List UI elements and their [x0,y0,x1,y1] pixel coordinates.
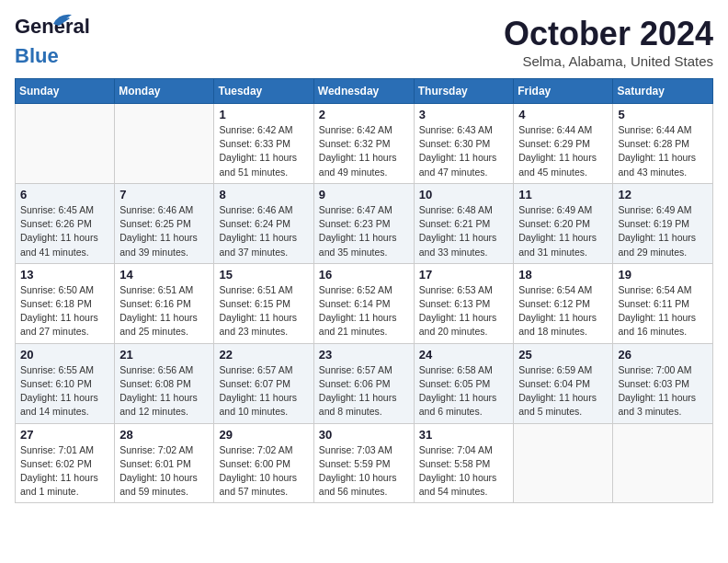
calendar-cell: 1Sunrise: 6:42 AMSunset: 6:33 PMDaylight… [214,104,313,184]
day-number: 24 [419,348,509,362]
calendar-cell: 29Sunrise: 7:02 AMSunset: 6:00 PMDayligh… [214,423,313,503]
day-detail: Sunrise: 6:49 AMSunset: 6:20 PMDaylight:… [518,203,608,259]
day-detail: Sunrise: 6:46 AMSunset: 6:24 PMDaylight:… [219,203,308,259]
day-number: 28 [119,428,209,442]
day-number: 30 [319,428,409,442]
calendar-cell: 27Sunrise: 7:01 AMSunset: 6:02 PMDayligh… [16,423,115,503]
day-detail: Sunrise: 6:59 AMSunset: 6:04 PMDaylight:… [518,363,608,419]
calendar-cell: 3Sunrise: 6:43 AMSunset: 6:30 PMDaylight… [414,104,514,184]
day-detail: Sunrise: 6:57 AMSunset: 6:07 PMDaylight:… [219,363,308,419]
calendar-cell: 31Sunrise: 7:04 AMSunset: 5:58 PMDayligh… [414,423,514,503]
calendar-week-row: 27Sunrise: 7:01 AMSunset: 6:02 PMDayligh… [16,423,713,503]
day-detail: Sunrise: 6:54 AMSunset: 6:12 PMDaylight:… [518,283,608,339]
calendar-cell: 26Sunrise: 7:00 AMSunset: 6:03 PMDayligh… [613,343,713,423]
day-number: 26 [618,348,708,362]
day-detail: Sunrise: 6:48 AMSunset: 6:21 PMDaylight:… [419,203,509,259]
day-detail: Sunrise: 6:54 AMSunset: 6:11 PMDaylight:… [618,283,708,339]
logo: General Blue [15,15,59,68]
day-detail: Sunrise: 6:49 AMSunset: 6:19 PMDaylight:… [618,203,708,259]
day-detail: Sunrise: 6:55 AMSunset: 6:10 PMDaylight:… [20,363,109,419]
calendar-cell: 24Sunrise: 6:58 AMSunset: 6:05 PMDayligh… [414,343,514,423]
day-number: 23 [319,348,409,362]
day-detail: Sunrise: 6:44 AMSunset: 6:28 PMDaylight:… [618,123,708,179]
day-detail: Sunrise: 6:45 AMSunset: 6:26 PMDaylight:… [20,203,109,259]
day-detail: Sunrise: 6:46 AMSunset: 6:25 PMDaylight:… [119,203,209,259]
calendar-cell: 30Sunrise: 7:03 AMSunset: 5:59 PMDayligh… [313,423,414,503]
day-detail: Sunrise: 6:44 AMSunset: 6:29 PMDaylight:… [518,123,608,179]
calendar-cell: 10Sunrise: 6:48 AMSunset: 6:21 PMDayligh… [414,183,514,263]
day-number: 4 [518,108,608,121]
day-number: 15 [219,268,308,282]
day-detail: Sunrise: 7:01 AMSunset: 6:02 PMDaylight:… [20,443,109,500]
title-block: October 2024 Selma, Alabama, United Stat… [504,15,713,69]
calendar-week-row: 6Sunrise: 6:45 AMSunset: 6:26 PMDaylight… [16,183,713,263]
calendar-cell: 20Sunrise: 6:55 AMSunset: 6:10 PMDayligh… [16,343,115,423]
day-number: 3 [419,108,509,121]
day-detail: Sunrise: 6:43 AMSunset: 6:30 PMDaylight:… [419,123,509,179]
day-detail: Sunrise: 6:58 AMSunset: 6:05 PMDaylight:… [419,363,509,419]
column-header-saturday: Saturday [613,79,713,104]
day-detail: Sunrise: 6:57 AMSunset: 6:06 PMDaylight:… [319,363,409,419]
calendar-cell: 2Sunrise: 6:42 AMSunset: 6:32 PMDaylight… [313,104,414,184]
day-detail: Sunrise: 6:51 AMSunset: 6:16 PMDaylight:… [119,283,209,339]
day-detail: Sunrise: 6:42 AMSunset: 6:33 PMDaylight:… [219,123,308,179]
day-number: 1 [219,108,308,121]
day-number: 29 [219,428,308,442]
day-number: 31 [419,428,509,442]
calendar-cell: 9Sunrise: 6:47 AMSunset: 6:23 PMDaylight… [313,183,414,263]
calendar-cell: 19Sunrise: 6:54 AMSunset: 6:11 PMDayligh… [613,263,713,343]
calendar-cell: 23Sunrise: 6:57 AMSunset: 6:06 PMDayligh… [313,343,414,423]
calendar-week-row: 13Sunrise: 6:50 AMSunset: 6:18 PMDayligh… [16,263,713,343]
calendar-cell [514,423,613,503]
calendar-cell [613,423,713,503]
day-number: 27 [20,428,109,442]
calendar-cell: 8Sunrise: 6:46 AMSunset: 6:24 PMDaylight… [214,183,313,263]
column-header-sunday: Sunday [16,79,115,104]
column-header-thursday: Thursday [414,79,514,104]
day-detail: Sunrise: 6:53 AMSunset: 6:13 PMDaylight:… [419,283,509,339]
day-detail: Sunrise: 6:52 AMSunset: 6:14 PMDaylight:… [319,283,409,339]
day-number: 16 [319,268,409,282]
day-number: 21 [119,348,209,362]
day-detail: Sunrise: 7:03 AMSunset: 5:59 PMDaylight:… [319,443,409,500]
day-detail: Sunrise: 6:51 AMSunset: 6:15 PMDaylight:… [219,283,308,339]
logo-text: Blue [15,44,59,68]
day-detail: Sunrise: 6:50 AMSunset: 6:18 PMDaylight:… [20,283,109,339]
calendar-cell: 4Sunrise: 6:44 AMSunset: 6:29 PMDaylight… [514,104,613,184]
day-detail: Sunrise: 7:04 AMSunset: 5:58 PMDaylight:… [419,443,509,500]
calendar-cell [115,104,214,184]
calendar-cell: 14Sunrise: 6:51 AMSunset: 6:16 PMDayligh… [115,263,214,343]
calendar-cell: 5Sunrise: 6:44 AMSunset: 6:28 PMDaylight… [613,104,713,184]
day-number: 7 [119,188,209,201]
day-number: 11 [518,188,608,201]
day-number: 20 [20,348,109,362]
day-number: 19 [618,268,708,282]
day-number: 13 [20,268,109,282]
day-number: 5 [618,108,708,121]
day-number: 8 [219,188,308,201]
day-number: 18 [518,268,608,282]
calendar-week-row: 20Sunrise: 6:55 AMSunset: 6:10 PMDayligh… [16,343,713,423]
calendar-cell: 12Sunrise: 6:49 AMSunset: 6:19 PMDayligh… [613,183,713,263]
bird-icon [51,11,72,28]
day-number: 25 [518,348,608,362]
day-detail: Sunrise: 6:42 AMSunset: 6:32 PMDaylight:… [319,123,409,179]
calendar-cell: 7Sunrise: 6:46 AMSunset: 6:25 PMDaylight… [115,183,214,263]
day-detail: Sunrise: 6:56 AMSunset: 6:08 PMDaylight:… [119,363,209,419]
page-header: General Blue October 2024 Selma, Alabama… [15,15,713,69]
location: Selma, Alabama, United States [504,53,713,69]
calendar-header-row: SundayMondayTuesdayWednesdayThursdayFrid… [16,79,713,104]
day-number: 17 [419,268,509,282]
calendar-cell: 28Sunrise: 7:02 AMSunset: 6:01 PMDayligh… [115,423,214,503]
day-detail: Sunrise: 7:02 AMSunset: 6:00 PMDaylight:… [219,443,308,500]
calendar-cell: 22Sunrise: 6:57 AMSunset: 6:07 PMDayligh… [214,343,313,423]
day-number: 2 [319,108,409,121]
calendar-cell: 17Sunrise: 6:53 AMSunset: 6:13 PMDayligh… [414,263,514,343]
day-detail: Sunrise: 7:00 AMSunset: 6:03 PMDaylight:… [618,363,708,419]
calendar-cell: 15Sunrise: 6:51 AMSunset: 6:15 PMDayligh… [214,263,313,343]
calendar-cell: 18Sunrise: 6:54 AMSunset: 6:12 PMDayligh… [514,263,613,343]
column-header-monday: Monday [115,79,214,104]
calendar-cell: 6Sunrise: 6:45 AMSunset: 6:26 PMDaylight… [16,183,115,263]
calendar-week-row: 1Sunrise: 6:42 AMSunset: 6:33 PMDaylight… [16,104,713,184]
column-header-tuesday: Tuesday [214,79,313,104]
